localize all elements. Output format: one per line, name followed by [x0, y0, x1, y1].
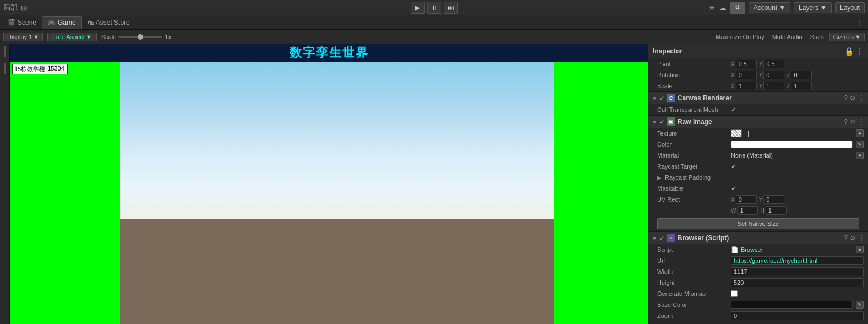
generate-mipmap-checkbox[interactable]	[731, 290, 738, 297]
tab-more-button[interactable]: ⋮	[853, 19, 866, 26]
maximize-on-play-button[interactable]: Maximize On Play	[713, 33, 767, 41]
scale-xyz: X Y Z	[731, 82, 864, 90]
uv-rect-xyz: X Y	[731, 195, 864, 204]
game-view: 数字孪生世界 15栋教学楼 15304	[10, 44, 648, 324]
step-button[interactable]: ⏭	[444, 2, 458, 14]
game-tab-icon: 🎮	[48, 19, 56, 26]
scale-z-item: Z	[787, 82, 812, 90]
color-picker[interactable]	[731, 141, 853, 148]
rotation-z-item: Z	[787, 71, 812, 79]
uv-x-input[interactable]	[736, 195, 757, 204]
raycast-padding-expand-icon[interactable]: ▶	[657, 175, 662, 181]
url-input[interactable]	[731, 256, 864, 265]
inspector-lock-button[interactable]: 🔒	[844, 47, 854, 56]
scale-z-input[interactable]	[791, 82, 812, 90]
width-input[interactable]	[731, 267, 864, 276]
display-label: Display 1	[7, 34, 32, 40]
scale-z-label: Z	[787, 83, 790, 89]
transform-section: Pivot X Y Rotation X	[648, 58, 868, 92]
raw-image-settings-button[interactable]: ⚙	[850, 118, 856, 126]
free-aspect-button[interactable]: Free Aspect ▼	[47, 33, 97, 41]
gizmos-button[interactable]: Gizmos ▼	[829, 33, 865, 41]
generate-mipmap-row: Generate Mipmap	[648, 288, 868, 299]
layout-label: Layout	[840, 4, 860, 12]
canvas-renderer-more-button[interactable]: ⋮	[858, 94, 865, 102]
sun-icon: ☀	[708, 3, 716, 12]
layout-button[interactable]: Layout	[835, 2, 865, 13]
color-row: Color ✎	[648, 139, 868, 150]
uv-y-item: Y	[759, 195, 785, 204]
browser-script-header[interactable]: ▼ ✓ ≡ Browser (Script) ? ⚙ ⋮	[648, 232, 868, 244]
uv-h-label: H	[760, 208, 764, 214]
uv-y-input[interactable]	[763, 195, 784, 204]
raw-image-title: Raw Image	[678, 118, 712, 126]
uv-x-item: X	[731, 195, 757, 204]
raw-image-toggle[interactable]: ✓	[659, 118, 664, 126]
game-title: 数字孪生世界	[290, 45, 369, 61]
game-toolbar-right: Maximize On Play Mute Audio Stats Gizmos…	[713, 33, 865, 41]
zoom-input[interactable]	[731, 311, 864, 320]
canvas-renderer-settings-button[interactable]: ⚙	[850, 94, 856, 102]
width-row: Width	[648, 266, 868, 277]
color-label: Color	[657, 141, 729, 148]
browser-script-settings-button[interactable]: ⚙	[850, 234, 856, 242]
browser-script-help-button[interactable]: ?	[844, 234, 848, 242]
tab-asset-store[interactable]: 🛍 Asset Store	[82, 17, 135, 29]
scale-slider[interactable]	[118, 36, 162, 38]
rotation-z-input[interactable]	[791, 71, 812, 79]
uv-h-input[interactable]	[766, 206, 787, 215]
base-color-label: Base Color	[657, 301, 729, 308]
raw-image-help-button[interactable]: ?	[844, 118, 848, 126]
scale-x-input[interactable]	[736, 82, 757, 90]
script-picker-button[interactable]: ●	[856, 246, 864, 253]
scale-y-input[interactable]	[763, 82, 784, 90]
pivot-x-input[interactable]	[736, 60, 757, 68]
raw-image-more-button[interactable]: ⋮	[858, 118, 865, 126]
pivot-y-input[interactable]	[763, 60, 784, 68]
browser-script-more-button[interactable]: ⋮	[858, 234, 865, 242]
set-native-size-button[interactable]: Set Native Size	[657, 218, 859, 229]
scene-tab-label: Scene	[18, 19, 36, 26]
base-color-picker[interactable]	[731, 301, 853, 309]
raycast-padding-label: Raycast Padding	[665, 174, 736, 181]
color-eyedropper-button[interactable]: ✎	[856, 141, 864, 148]
tab-game[interactable]: 🎮 Game	[42, 16, 82, 29]
mute-audio-button[interactable]: Mute Audio	[770, 33, 805, 41]
uv-w-item: W	[731, 206, 758, 215]
tab-scene[interactable]: 🎬 Scene	[2, 17, 42, 29]
layers-label: Layers	[799, 4, 818, 12]
cloud-icon: ☁	[719, 3, 727, 12]
base-color-eyedropper[interactable]: ✎	[856, 301, 864, 309]
texture-picker-button[interactable]: ●	[856, 129, 864, 137]
rotation-y-input[interactable]	[763, 71, 784, 79]
texture-row: Texture | | ●	[648, 128, 868, 139]
rotation-x-input[interactable]	[736, 71, 757, 79]
inspector-more-button[interactable]: ⋮	[856, 47, 864, 56]
pause-button[interactable]: ⏸	[427, 2, 441, 14]
height-input[interactable]	[731, 278, 864, 287]
material-picker-button[interactable]: ●	[856, 152, 864, 159]
uv-w-input[interactable]	[737, 206, 758, 215]
play-button[interactable]: ▶	[411, 2, 425, 14]
display-button[interactable]: Display 1 ▼	[3, 33, 43, 41]
green-panel-right	[554, 62, 648, 324]
pivot-x-label: X	[731, 61, 735, 67]
canvas-renderer-title: Canvas Renderer	[678, 94, 732, 102]
canvas-renderer-header[interactable]: ▼ ✓ C Canvas Renderer ? ⚙ ⋮	[648, 92, 868, 104]
rotation-y-label: Y	[759, 72, 763, 78]
canvas-renderer-help-button[interactable]: ?	[844, 94, 848, 102]
stats-button[interactable]: Stats	[808, 33, 826, 41]
building-label: 15栋教学楼 15304	[12, 64, 68, 74]
scale-row: Scale X Y Z	[648, 80, 868, 91]
browser-script-toggle[interactable]: ✓	[659, 235, 664, 242]
script-file-icon: 📄	[731, 246, 739, 253]
account-button[interactable]: Account ▼	[749, 2, 790, 13]
layers-button[interactable]: Layers ▼	[794, 2, 832, 13]
zoom-row: Zoom	[648, 310, 868, 321]
unity-logo: U	[730, 2, 745, 14]
top-bar: 局部 ⊞ ▶ ⏸ ⏭ ☀ ☁ U Account ▼ Layers ▼ Layo…	[0, 0, 868, 15]
raw-image-header[interactable]: ▼ ✓ ▣ Raw Image ? ⚙ ⋮	[648, 116, 868, 128]
browser-script-expand-icon: ▼	[652, 235, 657, 241]
canvas-renderer-toggle-icon[interactable]: ✓	[659, 95, 664, 102]
top-bar-left: 局部 ⊞	[3, 3, 704, 13]
